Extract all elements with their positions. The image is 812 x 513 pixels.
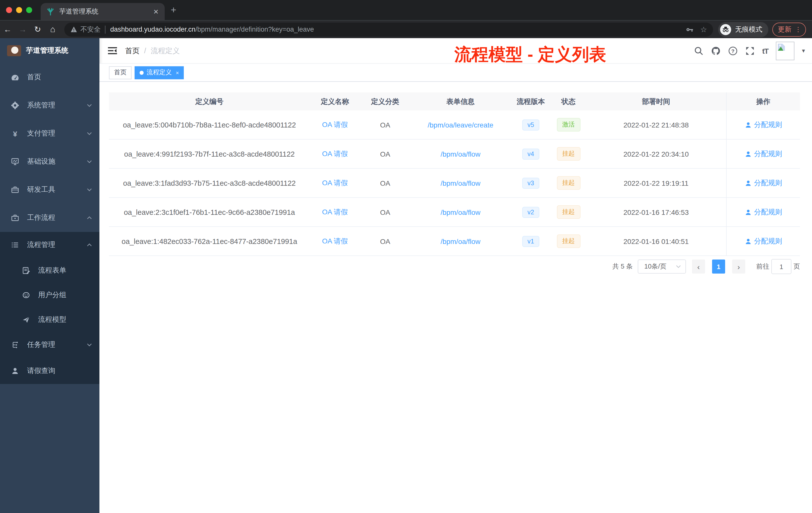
- column-header: 操作: [726, 92, 800, 111]
- reload-icon[interactable]: [30, 25, 45, 34]
- sidebar-item-system[interactable]: 系统管理: [0, 91, 99, 119]
- assign-user-icon: [745, 238, 752, 245]
- address-bar[interactable]: 不安全 dashboard.yudao.iocoder.cn/bpm/manag…: [64, 22, 713, 36]
- breadcrumb-current: 流程定义: [151, 46, 180, 56]
- form-info-link[interactable]: /bpm/oa/flow: [441, 237, 481, 245]
- chevron-down-icon: [86, 342, 92, 348]
- form-info-link[interactable]: /bpm/oa/leave/create: [428, 121, 493, 129]
- security-label[interactable]: 不安全: [80, 25, 101, 34]
- sidebar-item-home[interactable]: 首页: [0, 63, 99, 91]
- sidebar-collapse-icon[interactable]: [108, 47, 117, 55]
- window-controls[interactable]: [6, 7, 32, 13]
- sidebar-item-label: 基础设施: [27, 157, 78, 166]
- definition-name-link[interactable]: OA 请假: [322, 120, 348, 128]
- browser-tab[interactable]: 芋道管理系统: [41, 3, 165, 20]
- broken-image-icon: [777, 43, 785, 51]
- sidebar-item-process-form[interactable]: 流程表单: [0, 258, 99, 282]
- assign-rule-button[interactable]: 分配规则: [745, 178, 782, 187]
- annotation-title: 流程模型 - 定义列表: [340, 43, 721, 66]
- assign-rule-button[interactable]: 分配规则: [745, 237, 782, 246]
- sidebar-item-workflow[interactable]: 工作流程: [0, 204, 99, 232]
- home-icon[interactable]: [45, 24, 60, 34]
- search-icon[interactable]: [694, 46, 703, 56]
- status-badge: 挂起: [557, 205, 580, 219]
- assign-rule-button[interactable]: 分配规则: [745, 120, 782, 129]
- minimize-window-button[interactable]: [16, 7, 22, 13]
- form-info-link[interactable]: /bpm/oa/flow: [441, 208, 481, 216]
- password-key-icon[interactable]: [685, 25, 693, 33]
- tag-process-definition[interactable]: 流程定义: [135, 66, 184, 79]
- sidebar-item-user-group[interactable]: 用户分组: [0, 282, 99, 307]
- assign-rule-label: 分配规则: [754, 208, 782, 217]
- column-header: 定义分类: [360, 92, 410, 111]
- fullscreen-icon[interactable]: [745, 46, 755, 56]
- gear-icon: [11, 101, 19, 110]
- sidebar-item-leave-query[interactable]: 请假查询: [0, 358, 99, 384]
- sidebar: 芋道管理系统 首页 系统管理 ¥ 支付管理 基础设施: [0, 38, 99, 513]
- definition-name-link[interactable]: OA 请假: [322, 237, 348, 245]
- definition-name-link[interactable]: OA 请假: [322, 149, 348, 157]
- new-tab-button[interactable]: [171, 5, 176, 14]
- page-size-select[interactable]: 10条/页: [638, 260, 686, 274]
- tag-home[interactable]: 首页: [109, 66, 132, 79]
- monitor-icon: [11, 158, 19, 165]
- page-number-button[interactable]: 1: [712, 260, 725, 274]
- help-icon[interactable]: ?: [728, 46, 738, 56]
- deploy-time: 2022-01-22 19:19:11: [586, 179, 726, 187]
- user-icon: [11, 367, 19, 375]
- assign-user-icon: [745, 209, 752, 216]
- back-icon[interactable]: [0, 25, 15, 34]
- app-title: 芋道管理系统: [26, 46, 68, 55]
- sidebar-item-payment[interactable]: ¥ 支付管理: [0, 119, 99, 148]
- chevron-down-icon: [86, 187, 92, 193]
- tab-close-icon[interactable]: [152, 8, 160, 15]
- column-header: 流程版本: [511, 92, 551, 111]
- forward-icon[interactable]: [15, 25, 30, 34]
- font-size-icon[interactable]: tT: [762, 47, 768, 55]
- github-icon[interactable]: [711, 46, 721, 56]
- sidebar-item-label: 用户分组: [38, 291, 92, 299]
- form-edit-icon: [22, 266, 30, 274]
- status-badge: 挂起: [557, 234, 580, 248]
- assign-rule-button[interactable]: 分配规则: [745, 149, 782, 158]
- tags-view-bar: 首页 流程定义: [99, 64, 812, 82]
- sidebar-item-process-management[interactable]: 流程管理: [0, 232, 99, 258]
- breadcrumb-separator: /: [144, 47, 146, 55]
- sidebar-item-devtools[interactable]: 研发工具: [0, 176, 99, 204]
- form-info-link[interactable]: /bpm/oa/flow: [441, 179, 481, 187]
- definition-id: oa_leave:2:3c1f0ef1-76b1-11ec-9c66-a2380…: [109, 208, 310, 216]
- navbar-actions: ? tT: [694, 38, 805, 63]
- sidebar-item-label: 流程模型: [38, 315, 92, 324]
- maximize-window-button[interactable]: [26, 7, 32, 13]
- next-page-button[interactable]: [732, 260, 745, 274]
- definition-name-link[interactable]: OA 请假: [322, 178, 348, 186]
- update-button[interactable]: 更新: [772, 22, 806, 36]
- sidebar-item-infrastructure[interactable]: 基础设施: [0, 148, 99, 176]
- definition-name-link[interactable]: OA 请假: [322, 208, 348, 216]
- page-size-value: 10条/页: [644, 262, 666, 271]
- update-label: 更新: [778, 25, 791, 34]
- prev-page-button[interactable]: [692, 260, 705, 274]
- app-window: 芋道管理系统 首页 系统管理 ¥ 支付管理 基础设施: [0, 38, 812, 513]
- status-badge: 激活: [557, 118, 580, 131]
- version-badge: v3: [522, 177, 539, 188]
- form-info-link[interactable]: /bpm/oa/flow: [441, 150, 481, 158]
- browser-menu-icon[interactable]: [795, 26, 802, 33]
- chevron-up-icon: [86, 215, 92, 221]
- incognito-badge: 无痕模式: [718, 22, 768, 37]
- definition-id: oa_leave:4:991f2193-7b7f-11ec-a3c8-acde4…: [109, 150, 310, 158]
- user-avatar[interactable]: [776, 41, 794, 60]
- assign-rule-button[interactable]: 分配规则: [745, 208, 782, 217]
- table-row: oa_leave:5:004b710b-7b8a-11ec-8ef0-acde4…: [109, 111, 800, 140]
- sidebar-item-task-management[interactable]: 任务管理: [0, 332, 99, 358]
- sidebar-item-label: 任务管理: [27, 340, 78, 350]
- sidebar-item-process-model[interactable]: 流程模型: [0, 307, 99, 332]
- avatar-dropdown-icon[interactable]: [802, 47, 805, 54]
- app-logo[interactable]: 芋道管理系统: [0, 38, 99, 63]
- close-window-button[interactable]: [6, 7, 12, 13]
- bookmark-star-icon[interactable]: [700, 25, 707, 34]
- goto-page-input[interactable]: [771, 259, 791, 274]
- tag-close-icon[interactable]: [176, 69, 179, 76]
- breadcrumb-home[interactable]: 首页: [125, 46, 140, 56]
- definition-category: OA: [360, 208, 410, 216]
